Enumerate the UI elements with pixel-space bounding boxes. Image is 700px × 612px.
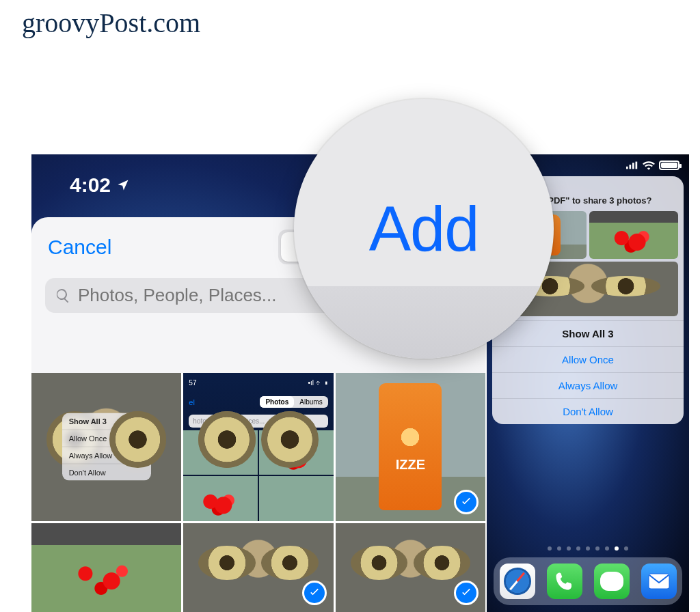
page-indicator [548,541,628,555]
mini-seg-photos: Photos [260,396,294,408]
always-allow-button[interactable]: Always Allow [492,372,684,398]
mini-menu-allowonce[interactable]: Allow Once [62,430,151,447]
checkmark-icon [454,490,479,514]
battery-icon [659,161,679,170]
mail-app-icon[interactable] [641,564,677,599]
photo-thumb[interactable]: 57 •ıl ᯤ ▮ el Photos Albums hotos, Peopl… [183,373,333,521]
dock [494,557,682,605]
status-bar-left: 4:02 [70,173,130,197]
svg-rect-3 [636,162,638,169]
svg-rect-2 [632,163,634,169]
svg-rect-4 [649,574,669,589]
privacy-thumb [589,211,678,259]
signal-icon [626,161,638,169]
search-icon [55,288,71,304]
checkmark-icon [454,581,479,605]
phone-app-icon[interactable] [547,564,582,599]
izze-brand: IZZE [396,457,425,473]
safari-app-icon[interactable] [500,564,535,599]
status-time: 4:02 [70,173,111,197]
add-button-label[interactable]: Add [369,193,479,265]
mini-menu-showall[interactable]: Show All 3 [62,413,151,430]
mini-menu-alwaysallow[interactable]: Always Allow [62,447,151,464]
show-all-button[interactable]: Show All 3 [492,321,684,346]
mini-time: 57 [189,379,196,387]
photo-thumb[interactable] [183,523,333,613]
privacy-buttons: Show All 3 Allow Once Always Allow Don't… [492,320,684,424]
photo-thumb[interactable]: Show All 3 Allow Once Always Allow Don't… [31,373,181,521]
photo-thumb[interactable] [336,523,485,613]
cancel-button[interactable]: Cancel [48,236,111,259]
svg-rect-0 [626,167,628,169]
mini-cancel: el [189,398,195,406]
location-icon [116,178,130,192]
wifi-icon [643,161,655,170]
mini-seg-albums: Albums [294,396,327,408]
photo-thumb[interactable]: IZZE [336,373,485,521]
messages-app-icon[interactable] [594,564,630,599]
privacy-mini-menu: Show All 3 Allow Once Always Allow Don't… [62,413,151,481]
photo-thumb[interactable] [31,523,181,613]
site-watermark: groovyPost.com [22,7,200,39]
checkmark-icon [302,581,327,605]
dont-allow-button[interactable]: Don't Allow [492,398,684,424]
svg-rect-1 [630,165,632,169]
magnified-add-button: Add [294,99,554,359]
mini-status-icons: •ıl ᯤ ▮ [308,379,328,387]
allow-once-button[interactable]: Allow Once [492,346,684,372]
photo-grid: Show All 3 Allow Once Always Allow Don't… [31,373,485,612]
mini-menu-dontallow[interactable]: Don't Allow [62,464,151,481]
